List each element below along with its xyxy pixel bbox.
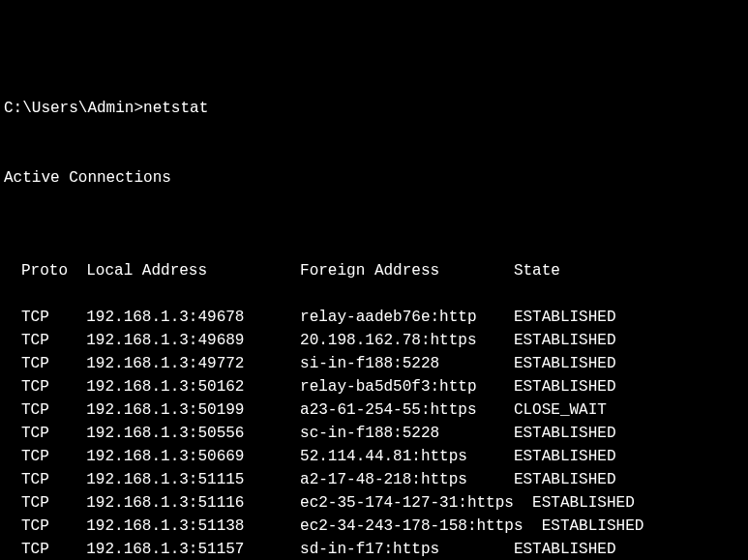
header-foreign: Foreign Address [300, 262, 439, 280]
proto-cell: TCP [21, 401, 49, 419]
state-cell: ESTABLISHED [514, 355, 616, 372]
connection-row: TCP 192.168.1.3:49689 20.198.162.78:http… [21, 329, 744, 352]
foreign-address-cell: sc-in-f188:5228 [300, 425, 439, 442]
connection-row: TCP 192.168.1.3:51116 ec2-35-174-127-31:… [21, 491, 744, 515]
local-address-cell: 192.168.1.3:49689 [86, 332, 244, 349]
proto-cell: TCP [21, 494, 49, 512]
local-address-cell: 192.168.1.3:50199 [86, 401, 244, 419]
state-cell: ESTABLISHED [514, 425, 616, 442]
state-cell: ESTABLISHED [514, 378, 616, 396]
local-address-cell: 192.168.1.3:49678 [86, 309, 244, 326]
proto-cell: TCP [21, 355, 49, 372]
connection-row: TCP 192.168.1.3:50162 relay-ba5d50f3:htt… [21, 375, 744, 398]
header-local: Local Address [86, 262, 207, 280]
local-address-cell: 192.168.1.3:51115 [86, 471, 244, 488]
foreign-address-cell: si-in-f188:5228 [300, 355, 439, 372]
connection-row: TCP 192.168.1.3:50669 52.114.44.81:https… [21, 445, 744, 468]
state-cell: ESTABLISHED [514, 309, 616, 326]
proto-cell: TCP [21, 332, 49, 349]
foreign-address-cell: sd-in-f17:https [300, 541, 439, 558]
local-address-cell: 192.168.1.3:50162 [86, 378, 244, 396]
foreign-address-cell: 20.198.162.78:https [300, 332, 476, 349]
state-cell: ESTABLISHED [524, 494, 635, 512]
foreign-address-cell: a2-17-48-218:https [300, 471, 467, 488]
local-address-cell: 192.168.1.3:51116 [86, 494, 244, 512]
foreign-address-cell: ec2-35-174-127-31:https [300, 494, 514, 512]
state-cell: ESTABLISHED [514, 448, 616, 465]
local-address-cell: 192.168.1.3:51138 [86, 517, 244, 535]
foreign-address-cell: relay-ba5d50f3:http [300, 378, 476, 396]
local-address-cell: 192.168.1.3:49772 [86, 355, 244, 372]
foreign-address-cell: ec2-34-243-178-158:https [300, 517, 523, 535]
connection-rows: TCP 192.168.1.3:49678 relay-aadeb76e:htt… [21, 306, 744, 560]
netstat-output: Proto Local Address Foreign Address Stat… [4, 236, 744, 560]
foreign-address-cell: relay-aadeb76e:http [300, 309, 476, 326]
proto-cell: TCP [21, 378, 49, 396]
section-title: Active Connections [4, 166, 744, 190]
proto-cell: TCP [21, 517, 49, 535]
foreign-address-cell: a23-61-254-55:https [300, 401, 476, 419]
connection-row: TCP 192.168.1.3:51157 sd-in-f17:https ES… [21, 538, 744, 560]
connection-row: TCP 192.168.1.3:51138 ec2-34-243-178-158… [21, 515, 744, 538]
header-row: Proto Local Address Foreign Address Stat… [21, 259, 744, 282]
connection-row: TCP 192.168.1.3:49772 si-in-f188:5228 ES… [21, 352, 744, 375]
state-cell: ESTABLISHED [532, 517, 643, 535]
connection-row: TCP 192.168.1.3:51115 a2-17-48-218:https… [21, 468, 744, 491]
local-address-cell: 192.168.1.3:50669 [86, 448, 244, 465]
state-cell: ESTABLISHED [514, 541, 616, 558]
local-address-cell: 192.168.1.3:50556 [86, 425, 244, 442]
state-cell: ESTABLISHED [514, 471, 616, 488]
proto-cell: TCP [21, 471, 49, 488]
connection-row: TCP 192.168.1.3:49678 relay-aadeb76e:htt… [21, 306, 744, 329]
connection-row: TCP 192.168.1.3:50556 sc-in-f188:5228 ES… [21, 422, 744, 445]
header-state: State [514, 262, 560, 280]
proto-cell: TCP [21, 541, 49, 558]
command-prompt-line: C:\Users\Admin>netstat [4, 97, 744, 120]
foreign-address-cell: 52.114.44.81:https [300, 448, 467, 465]
state-cell: ESTABLISHED [514, 332, 616, 349]
proto-cell: TCP [21, 425, 49, 442]
header-proto: Proto [21, 262, 68, 280]
proto-cell: TCP [21, 309, 49, 326]
connection-row: TCP 192.168.1.3:50199 a23-61-254-55:http… [21, 398, 744, 422]
local-address-cell: 192.168.1.3:51157 [86, 541, 244, 558]
proto-cell: TCP [21, 448, 49, 465]
state-cell: CLOSE_WAIT [514, 401, 607, 419]
